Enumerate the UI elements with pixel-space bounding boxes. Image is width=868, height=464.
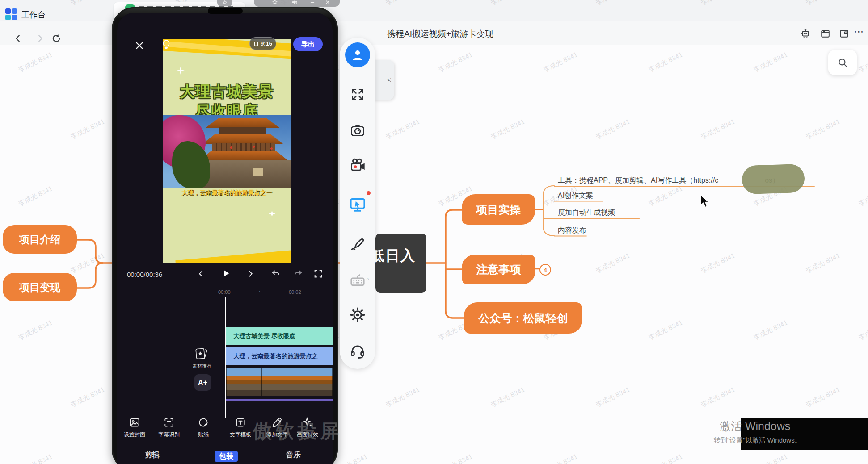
support-headset-icon[interactable] — [349, 342, 367, 360]
sticker-icon — [198, 417, 209, 428]
notification-dot — [367, 191, 371, 195]
minimize-icon[interactable] — [309, 0, 316, 5]
windows-activation-subtitle: 转到"设置"以激活 Windows。 — [714, 436, 801, 445]
aspect-ratio-icon — [253, 41, 259, 46]
mindmap-node-notes[interactable]: 注意事项 — [462, 255, 535, 284]
audio-track[interactable] — [226, 399, 333, 401]
mindmap-node-wechat[interactable]: 公众号：松鼠轻创 — [464, 302, 582, 334]
star-icon[interactable] — [272, 0, 278, 5]
record-camera-icon[interactable] — [349, 156, 367, 174]
material-recommend-icon[interactable] — [193, 347, 211, 362]
toolbar-set-cover[interactable]: 设置封面 — [119, 414, 150, 441]
redaction-blob — [742, 164, 805, 195]
screenshot-camera-icon[interactable] — [349, 121, 367, 139]
toolbar-text-template[interactable]: 文字模板 — [225, 414, 256, 441]
ruler-tick: 00:00 — [218, 289, 231, 295]
mindmap-child-ai-copy[interactable]: AI创作文案 — [558, 191, 593, 201]
mouse-cursor — [700, 195, 710, 208]
mirror-pin-pill[interactable] — [217, 0, 232, 6]
decor-ray — [175, 249, 291, 263]
windows-activation-title: 激活 Windows — [720, 419, 790, 434]
desktop: 工作台 携程AI搬运视频+旅游卡变现 ⋯ M — [0, 0, 868, 464]
close-icon[interactable] — [324, 0, 331, 5]
pin-icon — [222, 0, 228, 5]
prev-frame-icon[interactable] — [195, 268, 207, 280]
ruler-dot: · — [259, 288, 261, 294]
pagoda-photo — [163, 115, 291, 188]
cover-image-icon — [129, 417, 140, 428]
material-recommend-label: 素材推荐 — [189, 363, 215, 369]
mindmap-node-monetize[interactable]: 项目变现 — [3, 273, 77, 301]
play-icon[interactable] — [220, 267, 232, 280]
mirrored-phone: 大理古城美景 尽收眼底 大理 — [112, 7, 338, 464]
phone-notch — [208, 8, 243, 14]
phone-screen: 大理古城美景 尽收眼底 大理 — [117, 13, 333, 464]
playback-time: 00:00/00:36 — [127, 271, 162, 278]
auto-text-button[interactable]: A+ — [194, 374, 211, 391]
ruler-tick: 00:02 — [289, 289, 301, 295]
subtitle-track-1[interactable]: 大理古城美景 尽收眼底 — [226, 327, 333, 345]
fullscreen-mirror-icon[interactable] — [349, 86, 367, 104]
timeline-playhead[interactable] — [225, 297, 226, 418]
mindmap-node-intro[interactable]: 项目介绍 — [3, 225, 77, 254]
sparkle-icon — [269, 210, 275, 217]
mindmap-node-practice[interactable]: 项目实操 — [462, 194, 535, 225]
mindmap-child-autovideo[interactable]: 度加自动生成视频 — [558, 208, 615, 217]
chevron-left-icon: < — [387, 76, 391, 84]
undo-icon[interactable] — [270, 268, 282, 280]
subtitle-track-2[interactable]: 大理，云南最著名的旅游景点之 — [226, 347, 333, 365]
aspect-ratio-badge[interactable]: 9:16 — [249, 37, 276, 50]
tab-package-active[interactable]: 包装 — [215, 451, 238, 462]
screen-share-icon[interactable] — [349, 196, 367, 213]
tips-bulb-icon[interactable] — [160, 38, 172, 52]
redo-icon[interactable] — [292, 268, 304, 280]
sparkle-icon — [177, 67, 185, 75]
video-track[interactable] — [226, 368, 333, 396]
mindmap-root-node[interactable]: 低日入 — [375, 234, 426, 293]
video-preview[interactable]: 大理古城美景 尽收眼底 大理 — [163, 39, 291, 263]
annotate-pen-icon[interactable] — [349, 234, 367, 252]
close-editor-icon[interactable] — [134, 40, 145, 51]
text-template-icon — [235, 417, 246, 428]
subtitle-recognition-icon — [163, 417, 175, 428]
mirror-window-controls — [254, 0, 340, 7]
toolbar-sticker[interactable]: 贴纸 — [188, 414, 219, 441]
mirror-app-watermark: 傲软投屏 — [253, 419, 342, 444]
toolbar-subtitle-recognition[interactable]: 字幕识别 — [153, 414, 185, 441]
settings-gear-icon[interactable] — [349, 306, 367, 324]
keyboard-icon[interactable] — [349, 271, 367, 288]
export-button[interactable]: 导出 — [293, 37, 323, 51]
audio-icon[interactable] — [291, 0, 298, 5]
search-button[interactable] — [828, 50, 857, 75]
person-icon — [350, 47, 365, 63]
fullscreen-icon[interactable] — [312, 268, 324, 280]
collapsed-count-badge[interactable]: 4 — [539, 264, 551, 276]
account-avatar[interactable] — [345, 42, 370, 67]
next-frame-icon[interactable] — [244, 268, 256, 280]
tab-music[interactable]: 音乐 — [286, 450, 301, 460]
tab-clip[interactable]: 剪辑 — [145, 450, 160, 460]
mindmap-child-publish[interactable]: 内容发布 — [558, 226, 586, 235]
video-caption: 大理，云南最著名的旅游景点之一 — [163, 189, 291, 197]
keyboard-expand-caret[interactable]: ^ — [367, 277, 369, 282]
